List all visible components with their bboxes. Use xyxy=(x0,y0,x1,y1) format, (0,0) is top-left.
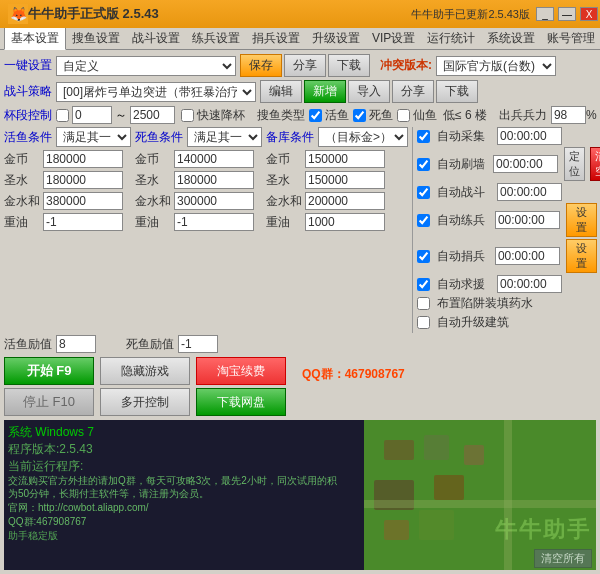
maximize-button[interactable]: — xyxy=(558,7,576,21)
fish-gold-input[interactable]: 180000 xyxy=(43,150,123,168)
dead-gold-input[interactable]: 140000 xyxy=(174,150,254,168)
auto-train-checkbox[interactable] xyxy=(417,214,430,227)
auto-help-label: 自动求援 xyxy=(437,276,489,293)
battle-strategy-select[interactable]: [00]屠炸弓单边突进（带狂暴治疗） xyxy=(56,82,256,102)
svg-rect-5 xyxy=(434,475,464,500)
auto-help-time[interactable]: 00:00:00 xyxy=(497,275,562,293)
auto-battle-checkbox[interactable] xyxy=(417,186,430,199)
troop-output-input[interactable]: 98 xyxy=(551,106,586,124)
import-strategy-button[interactable]: 导入 xyxy=(348,80,390,103)
start-button[interactable]: 开始 F9 xyxy=(4,357,94,385)
dead-water-input[interactable]: 180000 xyxy=(174,171,254,189)
close-button[interactable]: X xyxy=(580,7,598,21)
share-button[interactable]: 分享 xyxy=(284,54,326,77)
auto-collect-time[interactable]: 00:00:00 xyxy=(497,127,562,145)
menu-vip-settings[interactable]: VIP设置 xyxy=(366,28,421,49)
fairy-fish-checkbox[interactable] xyxy=(397,109,410,122)
minimize-button[interactable]: _ xyxy=(536,7,554,21)
extra-oil-input[interactable]: 1000 xyxy=(305,213,385,231)
fish-oil-input[interactable]: -1 xyxy=(43,213,123,231)
menu-donate-settings[interactable]: 捐兵设置 xyxy=(246,28,306,49)
auto-feed-checkbox[interactable] xyxy=(417,158,430,171)
dead-water-label: 圣水 xyxy=(135,172,170,189)
cup-min[interactable]: 0 xyxy=(72,106,112,124)
auto-train-set[interactable]: 设置 xyxy=(566,203,597,237)
extra-cond-select[interactable]: （目标金>） xyxy=(318,127,408,147)
svg-rect-6 xyxy=(384,520,409,540)
dead-total-input[interactable]: 300000 xyxy=(174,192,254,210)
map-panel: 牛牛助手 清空所有 xyxy=(364,420,596,570)
window-controls: _ — X xyxy=(534,0,600,28)
main-content: 一键设置 自定义 保存 分享 下载 冲突版本: 国际官方版(台数) 战斗策略 [… xyxy=(0,50,600,574)
auto-battle-time[interactable]: 00:00:00 xyxy=(497,183,562,201)
dead-cond-select[interactable]: 满足其一 xyxy=(187,127,262,147)
auto-donate-set[interactable]: 设置 xyxy=(566,239,597,273)
map-clear-button[interactable]: 清空所有 xyxy=(534,549,592,568)
menu-train-settings[interactable]: 练兵设置 xyxy=(186,28,246,49)
dead-total-label: 金水和 xyxy=(135,193,170,210)
dead-bravery-input[interactable]: -1 xyxy=(178,335,218,353)
extra-total-row: 金水和 200000 xyxy=(266,192,408,210)
hide-button[interactable]: 隐藏游戏 xyxy=(100,357,190,385)
auto-donate-time[interactable]: 00:00:00 xyxy=(495,247,560,265)
live-fish-checkbox[interactable] xyxy=(309,109,322,122)
share-strategy-button[interactable]: 分享 xyxy=(392,80,434,103)
download-button[interactable]: 下载网盘 xyxy=(196,388,286,416)
auto-feed-time[interactable]: 00:00:00 xyxy=(493,155,558,173)
dead-oil-label: 重油 xyxy=(135,214,170,231)
battle-strategy-label: 战斗策略 xyxy=(4,83,52,100)
dead-oil-input[interactable]: -1 xyxy=(174,213,254,231)
auto-train-time[interactable]: 00:00:00 xyxy=(495,211,560,229)
download-button[interactable]: 下载 xyxy=(328,54,370,77)
menu-stats[interactable]: 运行统计 xyxy=(421,28,481,49)
quick-drop-checkbox[interactable] xyxy=(181,109,194,122)
fish-condition-col: 活鱼条件 满足其一 金币 180000 圣水 180000 金水和 380000… xyxy=(4,127,131,333)
download-strategy-button[interactable]: 下载 xyxy=(436,80,478,103)
fish-bravery-input[interactable]: 8 xyxy=(56,335,96,353)
menu-battle-settings[interactable]: 战斗设置 xyxy=(126,28,186,49)
extra-water-input[interactable]: 150000 xyxy=(305,171,385,189)
conflict-select[interactable]: 国际官方版(台数) xyxy=(436,56,556,76)
extra-gold-label: 金币 xyxy=(266,151,301,168)
cup-max[interactable]: 2500 xyxy=(130,106,175,124)
extra-gold-input[interactable]: 150000 xyxy=(305,150,385,168)
auto-help-checkbox[interactable] xyxy=(417,278,430,291)
dead-fish-checkbox[interactable] xyxy=(353,109,366,122)
auto-collect-checkbox[interactable] xyxy=(417,130,430,143)
extra-oil-label: 重油 xyxy=(266,214,301,231)
auto-feed-label: 自动刷墙 xyxy=(437,156,485,173)
menu-system-settings[interactable]: 系统设置 xyxy=(481,28,541,49)
edit-strategy-button[interactable]: 编辑 xyxy=(260,80,302,103)
auto-settings-panel: 自动采集 00:00:00 自动刷墙 00:00:00 定位 清空 设置 自动战… xyxy=(412,127,597,333)
new-strategy-button[interactable]: 新增 xyxy=(304,80,346,103)
auto-upgrade-checkbox[interactable] xyxy=(417,316,430,329)
fish-total-input[interactable]: 380000 xyxy=(43,192,123,210)
log-line-5: 为50分钟，长期付主软件等，请注册为会员。 xyxy=(8,487,360,501)
stop-button[interactable]: 停止 F10 xyxy=(4,388,94,416)
menu-basic-settings[interactable]: 基本设置 xyxy=(4,27,66,50)
menu-account[interactable]: 账号管理 xyxy=(541,28,600,49)
auto-layout-checkbox[interactable] xyxy=(417,297,430,310)
auto-feed-locate[interactable]: 定位 xyxy=(564,147,585,181)
save-button[interactable]: 保存 xyxy=(240,54,282,77)
auto-feed-clear[interactable]: 清空 xyxy=(590,147,600,181)
auto-help-row: 自动求援 00:00:00 xyxy=(417,275,597,293)
log-line-7: QQ群:467908767 xyxy=(8,515,360,529)
app-icon: 🦊 xyxy=(8,4,28,24)
menu-fish-settings[interactable]: 搜鱼设置 xyxy=(66,28,126,49)
taobao-button[interactable]: 淘宝续费 xyxy=(196,357,286,385)
menu-bar: 基本设置 搜鱼设置 战斗设置 练兵设置 捐兵设置 升级设置 VIP设置 运行统计… xyxy=(0,28,600,50)
cup-checkbox[interactable] xyxy=(56,109,69,122)
multi-control-button[interactable]: 多开控制 xyxy=(100,388,190,416)
auto-donate-row: 自动捐兵 00:00:00 设置 xyxy=(417,239,597,273)
troop-unit: % xyxy=(586,108,597,122)
map-svg xyxy=(364,420,596,570)
extra-total-input[interactable]: 200000 xyxy=(305,192,385,210)
fish-water-input[interactable]: 180000 xyxy=(43,171,123,189)
fish-cond-select[interactable]: 满足其一 xyxy=(56,127,131,147)
auto-donate-checkbox[interactable] xyxy=(417,250,430,263)
dead-cond-label: 死鱼条件 xyxy=(135,129,183,146)
menu-upgrade-settings[interactable]: 升级设置 xyxy=(306,28,366,49)
one-setting-select[interactable]: 自定义 xyxy=(56,56,236,76)
fish-bravery-label: 活鱼励值 xyxy=(4,336,52,353)
